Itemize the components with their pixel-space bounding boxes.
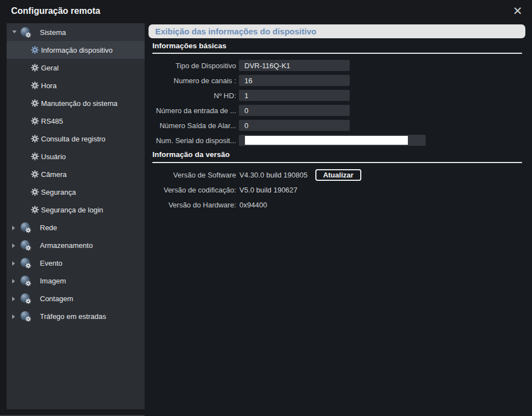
sidebar-item-label: Câmera [41, 170, 66, 179]
caret-down-icon [12, 31, 17, 33]
sidebar-item-label: Segurança [41, 188, 76, 196]
page-title-banner: Exibição das informações do dispositivo [149, 24, 525, 38]
globe-gear-icon [21, 240, 30, 250]
caret-right-icon [12, 261, 15, 266]
alarm-input-field: 0 [239, 105, 350, 116]
field-label: Versão de Software [145, 171, 236, 179]
gear-icon [31, 170, 39, 178]
sidebar-item-label: Tráfego em estradas [40, 312, 106, 321]
sidebar-item-label: Rede [40, 224, 57, 232]
sidebar-item-label: Consulta de registro [41, 135, 105, 143]
field-label: Numero de canais : [145, 77, 236, 85]
globe-gear-icon [21, 311, 30, 321]
device-type-field: DVR-116Q-K1 [239, 60, 350, 71]
field-label: Versão de codificação: [145, 186, 236, 194]
sidebar-item-consulta-registro[interactable]: Consulta de registro [7, 130, 145, 148]
sidebar-item-hora[interactable]: Hora [7, 77, 145, 94]
close-icon: ✕ [513, 4, 523, 18]
update-button[interactable]: Atualizar [315, 169, 361, 181]
hd-count-field: 1 [239, 90, 350, 101]
globe-gear-icon [21, 27, 30, 37]
globe-gear-icon [21, 258, 30, 267]
version-row-encoding: Versão de codificação: V5.0 build 190627 [145, 184, 532, 196]
gear-icon [31, 135, 39, 143]
gear-icon [31, 82, 39, 89]
gear-icon [31, 117, 39, 125]
version-row-software: Versão de Software V4.30.0 build 190805 … [145, 169, 532, 181]
sidebar-item-label: RS485 [41, 117, 63, 125]
gear-icon [31, 64, 39, 72]
sidebar-item-usuario[interactable]: Usuário [7, 148, 145, 165]
caret-right-icon [12, 279, 15, 283]
sidebar-item-label: Usuário [41, 153, 66, 161]
caret-right-icon [12, 314, 15, 319]
remote-config-window: Configuração remota ✕ Sistema Informação… [0, 0, 532, 416]
sidebar-item-label: Manutenção do sistema [41, 99, 117, 108]
sidebar-item-label: Imagem [40, 277, 66, 285]
sidebar-item-manutencao[interactable]: Manutenção do sistema [7, 94, 145, 112]
encoding-version-value: V5.0 build 190627 [239, 186, 298, 194]
section-divider [152, 53, 522, 54]
sidebar-item-label: Armazenamento [40, 241, 93, 250]
globe-gear-icon [21, 222, 30, 232]
section-title-version-info: Informação da versão [152, 150, 230, 159]
field-label: Número Saída de Alar... [145, 121, 236, 130]
sidebar-item-informacao-dispositivo[interactable]: Informação dispositivo [7, 41, 145, 59]
field-label: Nº HD: [145, 92, 236, 100]
sidebar-item-sistema[interactable]: Sistema [7, 23, 145, 41]
sidebar-item-camera[interactable]: Câmera [7, 165, 145, 183]
gear-icon [31, 188, 39, 196]
sidebar-item-imagem[interactable]: Imagem [7, 272, 145, 290]
field-label: Versão do Hardware: [145, 201, 236, 209]
gear-icon [31, 206, 39, 214]
sidebar-item-label: Informação dispositivo [41, 46, 112, 54]
gear-icon [31, 46, 39, 54]
sidebar-tree: Sistema Informação dispositivo Geral Hor… [7, 23, 145, 409]
sidebar-item-seguranca-login[interactable]: Segurança de login [7, 201, 145, 219]
section-title-basic-info: Informações básicas [152, 42, 227, 50]
sidebar-item-label: Sistema [40, 28, 66, 37]
close-button[interactable]: ✕ [510, 3, 525, 19]
caret-right-icon [12, 297, 15, 301]
hardware-version-value: 0x94400 [239, 201, 267, 209]
sidebar-item-trafego-estradas[interactable]: Tráfego em estradas [7, 307, 145, 325]
sidebar-item-label: Hora [41, 82, 57, 90]
alarm-output-field: 0 [239, 120, 350, 131]
globe-gear-icon [21, 293, 30, 303]
version-info-block: Versão de Software V4.30.0 build 190805 … [145, 169, 532, 214]
sidebar-item-geral[interactable]: Geral [7, 59, 145, 77]
form-row-hd-count: Nº HD: 1 [145, 90, 532, 101]
form-row-alarm-output: Número Saída de Alar... 0 [145, 120, 532, 131]
basic-info-form: Tipo de Dispositivo DVR-116Q-K1 Numero d… [145, 60, 532, 150]
serial-redaction-box [245, 136, 408, 145]
sidebar-item-label: Segurança de login [41, 206, 103, 214]
titlebar: Configuração remota ✕ [0, 0, 532, 23]
main-panel: Exibição das informações do dispositivo … [145, 23, 532, 416]
field-label: Tipo de Dispositivo [145, 62, 236, 70]
version-row-hardware: Versão do Hardware: 0x94400 [145, 199, 532, 211]
channel-count-field: 16 [239, 75, 350, 86]
page-title: Exibição das informações do dispositivo [155, 27, 316, 36]
form-row-serial-number: Num. Serial do disposit... [145, 135, 532, 146]
sidebar-item-armazenamento[interactable]: Armazenamento [7, 236, 145, 254]
serial-number-field [239, 135, 426, 146]
gear-icon [31, 153, 39, 160]
sidebar-item-label: Evento [40, 259, 62, 267]
globe-gear-icon [21, 276, 30, 285]
gear-icon [31, 99, 39, 107]
field-label: Número da entrada de ... [145, 106, 236, 115]
caret-right-icon [12, 243, 15, 248]
sidebar-item-evento[interactable]: Evento [7, 254, 145, 272]
sidebar-item-rede[interactable]: Rede [7, 219, 145, 236]
caret-right-icon [12, 226, 15, 230]
field-label: Num. Serial do disposit... [145, 136, 236, 145]
form-row-device-type: Tipo de Dispositivo DVR-116Q-K1 [145, 60, 532, 71]
sidebar-item-seguranca[interactable]: Segurança [7, 183, 145, 201]
form-row-alarm-input: Número da entrada de ... 0 [145, 105, 532, 116]
sidebar-item-rs485[interactable]: RS485 [7, 112, 145, 130]
sidebar-item-label: Contagem [40, 295, 73, 303]
window-title: Configuração remota [11, 6, 100, 16]
software-version-value: V4.30.0 build 190805 [239, 171, 308, 179]
sidebar-item-contagem[interactable]: Contagem [7, 290, 145, 307]
section-divider [152, 162, 522, 163]
